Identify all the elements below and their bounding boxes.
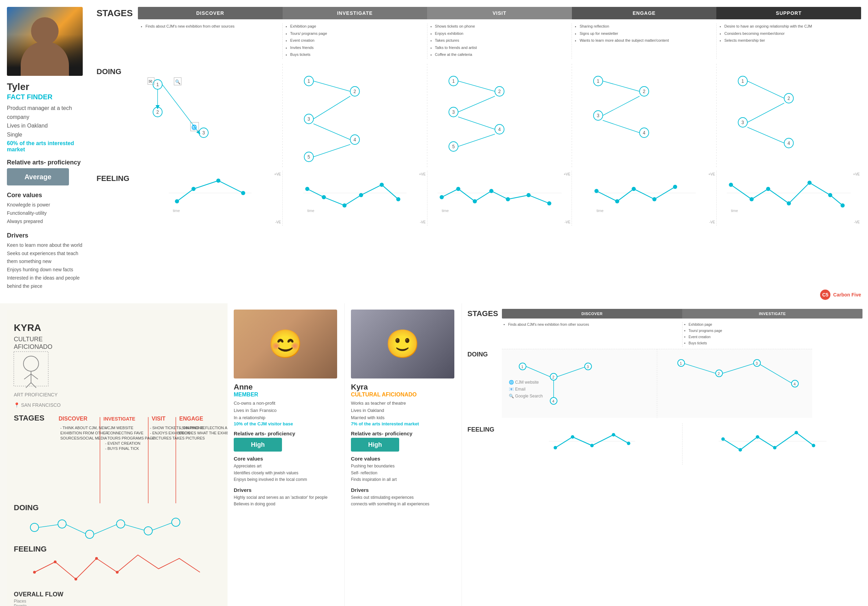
kyra-core-values: Pushing her boundaries Self- reflection … [351, 463, 456, 483]
svg-point-72 [241, 191, 245, 195]
svg-line-173 [557, 367, 584, 377]
persona-name: Tyler [7, 81, 83, 92]
svg-text:2: 2 [552, 375, 554, 379]
svg-text:4: 4 [552, 399, 554, 403]
anne-role: MEMBER [234, 392, 338, 398]
anne-photo [234, 310, 337, 378]
anne-name: Anne [234, 383, 338, 392]
svg-point-199 [773, 446, 776, 449]
sketch-svg: KYRA CULTURE AFICIONADO ART PROFICIENCY … [7, 310, 228, 606]
mini-stage-discover: DISCOVER [502, 309, 682, 319]
svg-text:3: 3 [587, 365, 589, 369]
svg-text:3: 3 [307, 116, 310, 122]
feeling-chart-support: +VE -VE time [717, 170, 861, 226]
svg-point-157 [95, 557, 98, 560]
svg-line-44 [458, 117, 495, 129]
proficiency-bar: Average [7, 168, 69, 186]
anne-core-values-label: Core values [234, 456, 338, 462]
svg-point-69 [175, 199, 179, 203]
stages-title: STAGES [96, 8, 138, 19]
svg-text:STAGES: STAGES [14, 414, 45, 422]
svg-text:FEELING: FEELING [14, 545, 46, 553]
doing-area: 1 2 3 ✉ 🔍 🌐 [138, 64, 861, 167]
svg-point-96 [673, 185, 677, 189]
svg-text:1: 1 [521, 365, 523, 369]
svg-point-78 [359, 193, 363, 197]
doing-diagram-title: DOING [96, 64, 138, 167]
svg-text:- BUYS FINAL TICK: - BUYS FINAL TICK [105, 446, 139, 451]
mini-stage-investigate: INVESTIGATE [682, 309, 862, 319]
svg-text:VISIT: VISIT [152, 416, 166, 422]
svg-text:- CJM WEBSITE: - CJM WEBSITE [105, 426, 133, 430]
drivers-list: Keen to learn more about the world Seeks… [7, 241, 83, 291]
bullet-row: Finds about CJM's new exhibition from ot… [138, 23, 861, 59]
svg-point-156 [74, 578, 77, 581]
anne-market: 10% of the CJM visitor base [234, 421, 338, 426]
stage-investigate: INVESTIGATE [283, 7, 428, 19]
mini-bullet-discover: Finds about CJM's new exhibition from ot… [502, 322, 682, 347]
svg-point-100 [750, 197, 754, 201]
carbon-five-label: Carbon Five [833, 292, 861, 298]
svg-line-183 [685, 364, 716, 374]
svg-point-86 [489, 189, 493, 193]
svg-point-200 [795, 431, 798, 434]
svg-point-75 [305, 187, 309, 191]
feeling-chart-visit-svg: time [430, 172, 569, 214]
svg-text:4: 4 [498, 127, 501, 132]
svg-line-65 [747, 81, 784, 98]
svg-text:1: 1 [452, 79, 455, 84]
svg-text:4: 4 [787, 141, 790, 146]
svg-text:1: 1 [597, 79, 599, 84]
doing-svg: 1 2 3 ✉ 🔍 🌐 [138, 64, 861, 167]
svg-text:5: 5 [307, 155, 310, 160]
kyra-drivers-label: Drivers [351, 487, 456, 493]
svg-point-198 [756, 436, 759, 439]
svg-point-190 [553, 446, 557, 449]
bullet-investigate: Exhibition page Tours/ programs page Eve… [283, 23, 428, 59]
svg-point-101 [766, 187, 770, 191]
feeling-chart-discover-svg: time [141, 172, 279, 214]
drivers-label: Drivers [7, 232, 83, 239]
svg-text:- TOURS PROGRAMS PAGE: - TOURS PROGRAMS PAGE [105, 436, 155, 440]
mini-feeling-svg-2 [684, 424, 862, 459]
mini-doing-bullets-row: Finds about CJM's new exhibition from ot… [467, 322, 862, 347]
svg-point-191 [571, 436, 574, 439]
mini-stages-header: STAGES DISCOVER INVESTIGATE [467, 309, 862, 319]
mini-feeling-row: FEELING [467, 423, 862, 465]
feeling-chart-visit: +VE -VE time [428, 170, 572, 226]
feeling-charts: +VE -VE time +VE -VE [138, 170, 861, 226]
bottom-stages-panel: STAGES DISCOVER INVESTIGATE Finds about … [462, 303, 868, 606]
feeling-chart-discover: +VE -VE time [138, 170, 283, 226]
bottom-panel: KYRA CULTURE AFICIONADO ART PROFICIENCY … [0, 303, 868, 606]
kyra-name: Kyra [351, 383, 456, 392]
bottom-persona-kyra: Kyra CULTURAL AFICIONADO Works as teache… [345, 303, 462, 606]
svg-text:2: 2 [718, 372, 720, 376]
kyra-market: 7% of the arts interested market [351, 421, 456, 426]
left-sidebar: Tyler FACT FINDER Product manager at a t… [0, 0, 90, 303]
svg-text:🔍 Google Search: 🔍 Google Search [509, 393, 542, 398]
svg-point-102 [787, 201, 791, 205]
persona-market: 60% of the arts interested market [7, 140, 83, 153]
svg-text:DECIDES WHAT THE EXHIBITION: DECIDES WHAT THE EXHIBITION [179, 431, 228, 435]
svg-text:- EVENT CREATION: - EVENT CREATION [105, 441, 140, 445]
core-values-list: Knowlegde is power Functionality-utility… [7, 201, 83, 225]
svg-text:ENGAGE: ENGAGE [179, 416, 203, 422]
svg-text:- SHARING REFLECTION AND: - SHARING REFLECTION AND [179, 426, 228, 430]
svg-line-67 [747, 127, 784, 143]
svg-text:CULTURE: CULTURE [14, 336, 43, 343]
svg-text:🌐 CJM website: 🌐 CJM website [509, 380, 539, 385]
svg-point-83 [440, 195, 444, 199]
sketch-content: KYRA CULTURE AFICIONADO ART PROFICIENCY … [0, 303, 228, 606]
stage-discover: DISCOVER [138, 7, 283, 19]
svg-point-94 [632, 187, 636, 191]
svg-point-193 [612, 433, 615, 436]
svg-line-28 [313, 81, 350, 91]
kyra-proficiency-label: Relative arts- proficiency [351, 431, 456, 436]
feeling-chart-investigate: +VE -VE time [283, 170, 428, 226]
kyra-proficiency-bar: High [351, 438, 399, 451]
svg-text:5: 5 [452, 144, 455, 149]
svg-point-105 [841, 203, 845, 208]
svg-text:3: 3 [202, 130, 205, 135]
svg-text:1: 1 [156, 82, 158, 87]
svg-point-158 [116, 571, 119, 573]
